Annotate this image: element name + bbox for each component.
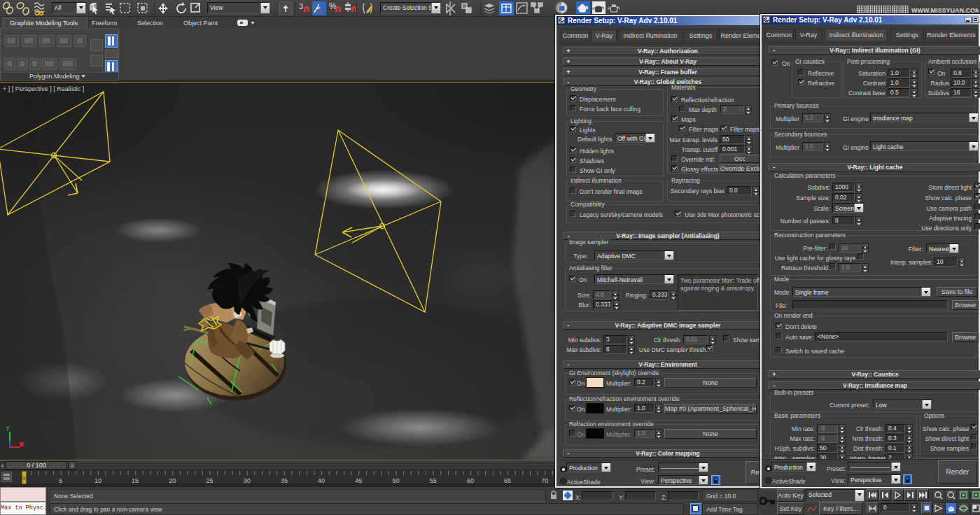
svg-text:60: 60 [467,477,474,484]
svg-text:WWW.MISSYUAN.COM: WWW.MISSYUAN.COM [911,7,979,14]
svg-text:70: 70 [541,477,548,484]
svg-text:65: 65 [504,477,511,484]
svg-text:55: 55 [430,477,437,484]
svg-text:5: 5 [59,477,62,484]
svg-text:40: 40 [318,477,325,484]
svg-text:25: 25 [206,477,213,484]
svg-text:10: 10 [94,477,102,484]
svg-text:3: 3 [299,2,303,10]
svg-text:30: 30 [244,477,251,484]
svg-text:y: y [6,424,10,431]
svg-text:20: 20 [169,477,176,484]
svg-text:15: 15 [132,477,139,484]
svg-text:50: 50 [392,477,399,484]
svg-text:35: 35 [281,477,288,484]
svg-text:45: 45 [355,477,362,484]
